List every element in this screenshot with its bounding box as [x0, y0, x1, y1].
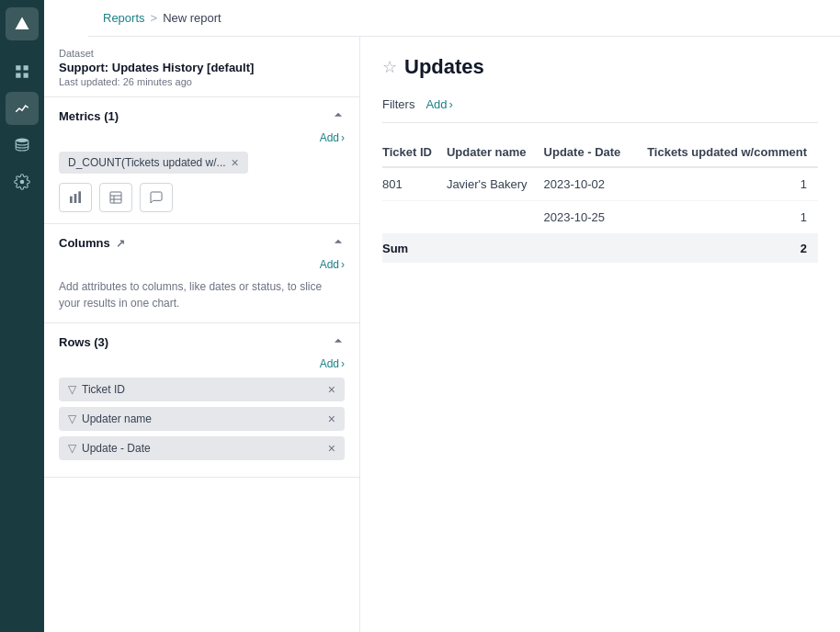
- cell-count: 1: [637, 201, 818, 234]
- row-remove-btn[interactable]: ×: [328, 412, 335, 426]
- filter-icon: ▽: [68, 442, 76, 455]
- cell-ticket-id: 801: [382, 167, 447, 201]
- report-title-row: ☆ Updates: [382, 55, 818, 79]
- dataset-header: Dataset Support: Updates History [defaul…: [44, 37, 359, 97]
- cell-ticket-id: [382, 201, 447, 234]
- chat-icon-btn[interactable]: [140, 183, 173, 212]
- nav-dashboard[interactable]: [6, 55, 39, 88]
- columns-section: Columns ↗ Add › Add attributes to column…: [44, 224, 359, 323]
- svg-point-6: [20, 180, 25, 185]
- columns-add-button[interactable]: Add ›: [320, 258, 345, 271]
- col-tickets-count: Tickets updated w/comment: [637, 138, 818, 167]
- svg-rect-2: [24, 65, 28, 70]
- table-row: 2023-10-25 1: [382, 201, 818, 234]
- svg-rect-1: [16, 65, 20, 70]
- filter-icon: ▽: [68, 412, 76, 425]
- table-body: 801 Javier's Bakery 2023-10-02 1 2023-10…: [382, 167, 818, 234]
- metrics-add-button[interactable]: Add ›: [320, 131, 345, 144]
- svg-rect-9: [78, 191, 81, 203]
- sum-empty-1: [447, 234, 544, 264]
- row-tag[interactable]: ▽ Ticket ID ×: [59, 378, 345, 401]
- col-updater-name: Updater name: [447, 138, 544, 167]
- report-title: Updates: [404, 55, 484, 79]
- rows-title: Rows (3): [59, 335, 108, 349]
- rows-collapse-btn[interactable]: [332, 334, 345, 350]
- nav-settings[interactable]: [6, 165, 39, 198]
- cell-updater-name: Javier's Bakery: [447, 167, 544, 201]
- table-icon-btn[interactable]: [99, 183, 132, 212]
- row-tag[interactable]: ▽ Update - Date ×: [59, 436, 345, 460]
- svg-rect-4: [24, 73, 28, 78]
- cell-count: 1: [637, 167, 818, 201]
- columns-title: Columns ↗: [59, 236, 125, 250]
- row-tag-label: Ticket ID: [82, 383, 125, 396]
- breadcrumb-separator: >: [151, 11, 158, 25]
- table-header-row: Ticket ID Updater name Update - Date Tic…: [382, 138, 818, 167]
- breadcrumb-current: New report: [163, 11, 221, 25]
- cell-update-date: 2023-10-25: [544, 201, 638, 234]
- rows-section: Rows (3) Add › ▽ Ticket ID × ▽: [44, 323, 359, 478]
- cell-updater-name: [447, 201, 544, 234]
- left-panel: Dataset Support: Updates History [defaul…: [44, 37, 360, 632]
- metric-tag[interactable]: D_COUNT(Tickets updated w/... ×: [59, 152, 248, 174]
- row-tag-label: Updater name: [82, 412, 152, 425]
- sum-label: Sum: [382, 234, 447, 264]
- sum-row: Sum 2: [382, 234, 818, 264]
- metric-tag-text: D_COUNT(Tickets updated w/...: [68, 156, 226, 169]
- svg-rect-3: [16, 73, 20, 78]
- metric-remove-btn[interactable]: ×: [232, 156, 239, 169]
- dataset-name: Support: Updates History [default]: [59, 61, 345, 74]
- nav-logo[interactable]: [6, 7, 39, 40]
- columns-collapse-btn[interactable]: [332, 235, 345, 251]
- row-tag-label: Update - Date: [82, 442, 151, 455]
- dataset-label: Dataset: [59, 48, 345, 59]
- svg-rect-8: [74, 194, 77, 203]
- metrics-title: Metrics (1): [59, 109, 119, 123]
- sidebar-nav: [0, 0, 44, 632]
- breadcrumb-reports-link[interactable]: Reports: [103, 11, 145, 25]
- sum-empty-2: [544, 234, 638, 264]
- svg-rect-10: [110, 192, 121, 203]
- data-table: Ticket ID Updater name Update - Date Tic…: [382, 138, 818, 263]
- star-icon[interactable]: ☆: [382, 57, 397, 77]
- col-update-date: Update - Date: [544, 138, 638, 167]
- metrics-collapse-btn[interactable]: [332, 108, 345, 124]
- row-remove-btn[interactable]: ×: [328, 382, 335, 397]
- metrics-section: Metrics (1) Add › D_COUNT(Tickets update…: [44, 97, 359, 224]
- col-ticket-id: Ticket ID: [382, 138, 447, 167]
- bar-chart-icon-btn[interactable]: [59, 183, 92, 212]
- rows-list: ▽ Ticket ID × ▽ Updater name × ▽ Update …: [59, 378, 345, 460]
- right-panel: ☆ Updates Filters Add › Ticket ID Update…: [360, 37, 840, 632]
- filter-icon: ▽: [68, 383, 76, 396]
- row-tag[interactable]: ▽ Updater name ×: [59, 407, 345, 431]
- row-remove-btn[interactable]: ×: [328, 441, 335, 456]
- rows-add-button[interactable]: Add ›: [320, 357, 345, 370]
- breadcrumb: Reports > New report: [88, 0, 840, 37]
- table-row: 801 Javier's Bakery 2023-10-02 1: [382, 167, 818, 201]
- svg-point-5: [16, 139, 28, 143]
- cell-update-date: 2023-10-02: [544, 167, 638, 201]
- dataset-updated: Last updated: 26 minutes ago: [59, 76, 345, 87]
- filters-add-button[interactable]: Add ›: [426, 97, 452, 111]
- filters-label: Filters: [382, 97, 414, 111]
- svg-rect-7: [70, 197, 73, 203]
- svg-marker-0: [16, 17, 29, 30]
- columns-hint: Add attributes to columns, like dates or…: [59, 278, 345, 311]
- columns-export-icon: ↗: [116, 237, 125, 250]
- nav-chart[interactable]: [6, 92, 39, 125]
- nav-database[interactable]: [6, 129, 39, 162]
- chart-type-row: [59, 183, 345, 212]
- sum-value: 2: [637, 234, 818, 264]
- filters-row: Filters Add ›: [382, 97, 818, 123]
